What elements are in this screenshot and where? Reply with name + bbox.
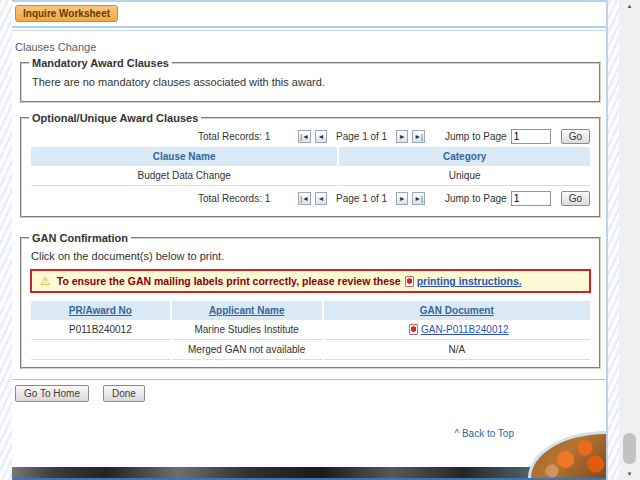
first-page-icon[interactable]: |◄ (298, 130, 311, 143)
printing-instructions-link[interactable]: printing instructions (417, 275, 519, 287)
scrollbar-thumb[interactable] (623, 433, 636, 464)
jump-to-page-input[interactable] (511, 129, 551, 144)
back-to-top-label: Back to Top (462, 428, 514, 439)
warning-text-suffix: . (519, 275, 522, 287)
printing-warning-banner: ⚠ To ensure the GAN mailing labels print… (30, 269, 591, 293)
applicant-name-header-link[interactable]: Applicant Name (209, 305, 285, 316)
caret-up-icon: ^ (454, 428, 459, 439)
back-to-top-link[interactable]: ^ Back to Top (454, 428, 514, 439)
gan-table: PR/Award No Applicant Name GAN Document … (29, 301, 592, 360)
page-title: Clauses Change (15, 41, 606, 53)
prev-page-icon[interactable]: ◄ (315, 192, 327, 205)
jump-to-page-input[interactable] (511, 191, 551, 206)
classroom-photo-decoration (528, 431, 606, 478)
pagination-bottom: Total Records: 1 |◄ ◄ Page 1 of 1 ► ►| J… (29, 191, 590, 206)
vertical-scrollbar[interactable]: ▲ ▼ (619, 0, 640, 480)
next-page-icon[interactable]: ► (396, 192, 408, 205)
gan-document-header-link[interactable]: GAN Document (420, 305, 494, 316)
table-row: P011B240012 Marine Studies Institute GAN… (31, 320, 590, 340)
photo-strip-banner (12, 467, 606, 478)
mandatory-empty-message: There are no mandatory clauses associate… (32, 76, 592, 88)
banner-section (12, 467, 606, 480)
gan-table-header-row: PR/Award No Applicant Name GAN Document (31, 301, 590, 320)
pagination-top: Total Records: 1 |◄ ◄ Page 1 of 1 ► ►| J… (29, 129, 590, 144)
first-page-icon[interactable]: |◄ (298, 192, 311, 205)
applicant-cell: Marine Studies Institute (172, 320, 322, 340)
jump-to-page-label: Jump to Page (445, 193, 507, 204)
pr-award-no-header-link[interactable]: PR/Award No (69, 305, 132, 316)
applicant-cell: Merged GAN not available (172, 340, 322, 360)
scroll-down-icon[interactable]: ▼ (619, 471, 640, 477)
optional-clauses-fieldset: Optional/Unique Award Clauses Total Reco… (20, 112, 601, 218)
scroll-up-icon[interactable]: ▲ (619, 3, 640, 9)
gan-confirmation-legend: GAN Confirmation (29, 232, 131, 244)
table-row: Merged GAN not available N/A (31, 340, 590, 360)
mandatory-clauses-legend: Mandatory Award Clauses (29, 57, 172, 69)
optional-clauses-legend: Optional/Unique Award Clauses (29, 112, 201, 124)
next-page-icon[interactable]: ► (396, 130, 408, 143)
go-to-home-button[interactable]: Go To Home (15, 385, 89, 402)
gan-document-cell: GAN-P011B240012 (324, 320, 590, 340)
pdf-icon (409, 324, 418, 335)
clauses-table-header-row: Clause Name Category (31, 147, 590, 166)
jump-to-page-label: Jump to Page (445, 131, 507, 142)
table-row: Budget Data Change Unique (31, 166, 590, 186)
total-records-label: Total Records: 1 (198, 131, 270, 142)
mandatory-clauses-fieldset: Mandatory Award Clauses There are no man… (20, 57, 601, 103)
warning-icon: ⚠ (40, 275, 51, 287)
page-status-label: Page 1 of 1 (336, 131, 387, 142)
gan-document-link[interactable]: GAN-P011B240012 (421, 324, 509, 335)
clause-name-header: Clause Name (31, 147, 337, 166)
content-area: Inquire Worksheet Clauses Change Mandato… (12, 0, 608, 480)
pr-award-cell: P011B240012 (31, 320, 170, 340)
gan-document-cell: N/A (324, 340, 590, 360)
gan-confirmation-fieldset: GAN Confirmation Click on the document(s… (20, 232, 601, 369)
gan-instruction-text: Click on the document(s) below to print. (31, 250, 592, 262)
done-button[interactable]: Done (103, 385, 145, 402)
divider-line (12, 379, 606, 380)
page-status-label: Page 1 of 1 (336, 193, 387, 204)
pdf-icon (405, 276, 414, 287)
clause-name-cell: Budget Data Change (31, 166, 337, 186)
go-button[interactable]: Go (561, 191, 590, 206)
warning-text: To ensure the GAN mailing labels print c… (57, 275, 401, 287)
category-header: Category (339, 147, 590, 166)
clauses-table: Clause Name Category Budget Data Change … (29, 147, 592, 186)
last-page-icon[interactable]: ►| (412, 192, 425, 205)
total-records-label: Total Records: 1 (198, 193, 270, 204)
divider-line (12, 30, 606, 31)
last-page-icon[interactable]: ►| (412, 130, 425, 143)
pr-award-cell (31, 340, 170, 360)
prev-page-icon[interactable]: ◄ (315, 130, 327, 143)
go-button[interactable]: Go (561, 129, 590, 144)
divider-line (12, 26, 606, 28)
page: Inquire Worksheet Clauses Change Mandato… (0, 0, 640, 480)
back-to-top-row: ^ Back to Top (12, 428, 514, 439)
top-divider-line (12, 0, 606, 2)
category-cell: Unique (339, 166, 590, 186)
inquire-worksheet-button[interactable]: Inquire Worksheet (15, 5, 118, 22)
action-button-row: Go To Home Done (15, 385, 606, 402)
